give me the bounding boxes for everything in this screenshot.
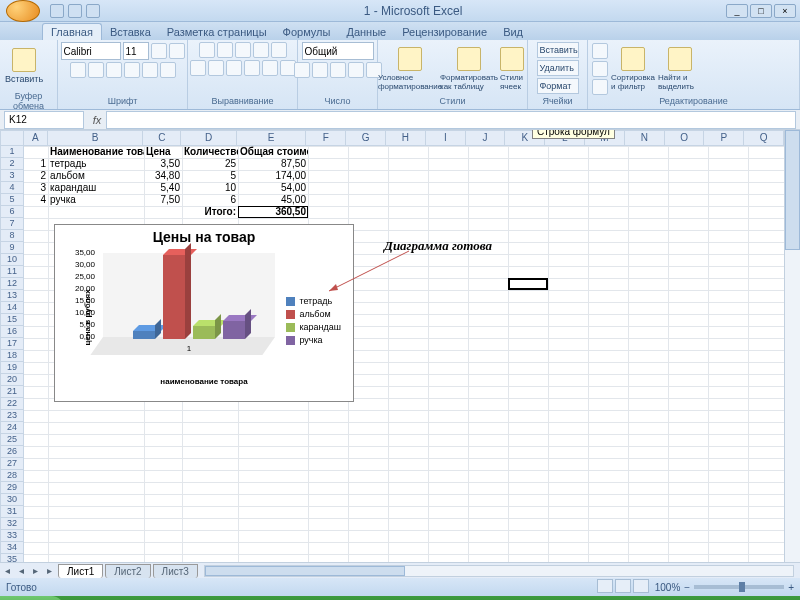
cell-C4[interactable]: 5,40: [144, 182, 182, 194]
cell-B2[interactable]: тетрадь: [48, 158, 144, 170]
find-select-button[interactable]: Найти и выделить: [658, 45, 702, 93]
row-header-1[interactable]: 1: [0, 146, 24, 158]
sheet-tab-1[interactable]: Лист1: [58, 564, 103, 578]
minimize-button[interactable]: _: [726, 4, 748, 18]
row-header-23[interactable]: 23: [0, 410, 24, 422]
comma-icon[interactable]: [330, 62, 346, 78]
currency-icon[interactable]: [294, 62, 310, 78]
col-header-I[interactable]: I: [426, 130, 466, 146]
zoom-out-button[interactable]: −: [684, 582, 690, 593]
col-header-H[interactable]: H: [386, 130, 426, 146]
wrap-text-icon[interactable]: [271, 42, 287, 58]
cell-D2[interactable]: 25: [182, 158, 238, 170]
office-button[interactable]: [6, 0, 40, 22]
col-header-O[interactable]: O: [665, 130, 705, 146]
cell-C1[interactable]: Цена: [144, 146, 182, 158]
cell-B5[interactable]: ручка: [48, 194, 144, 206]
format-cells-button[interactable]: Формат: [537, 78, 579, 94]
cell-E4[interactable]: 54,00: [238, 182, 308, 194]
cell-D6[interactable]: Итого:: [182, 206, 238, 218]
cell-E3[interactable]: 174,00: [238, 170, 308, 182]
decrease-indent-icon[interactable]: [244, 60, 260, 76]
col-header-F[interactable]: F: [306, 130, 346, 146]
embedded-chart[interactable]: Цены на товарцена в рублях0,005,0010,001…: [54, 224, 354, 402]
cell-D1[interactable]: Количество: [182, 146, 238, 158]
orientation-icon[interactable]: [253, 42, 269, 58]
sheet-nav[interactable]: ◂◂▸▸: [0, 565, 56, 577]
qat-redo-icon[interactable]: [86, 4, 100, 18]
row-header-12[interactable]: 12: [0, 278, 24, 290]
row-header-17[interactable]: 17: [0, 338, 24, 350]
row-header-25[interactable]: 25: [0, 434, 24, 446]
row-header-35[interactable]: 35: [0, 554, 24, 562]
row-header-11[interactable]: 11: [0, 266, 24, 278]
row-header-22[interactable]: 22: [0, 398, 24, 410]
row-headers[interactable]: 1234567891011121314151617181920212223242…: [0, 146, 24, 562]
increase-indent-icon[interactable]: [262, 60, 278, 76]
align-right-icon[interactable]: [226, 60, 242, 76]
tab-data[interactable]: Данные: [338, 24, 394, 40]
border-icon[interactable]: [124, 62, 140, 78]
delete-cells-button[interactable]: Удалить: [537, 60, 579, 76]
worksheet-grid[interactable]: ABCDEFGHIJKLMNOPQ 1234567891011121314151…: [0, 130, 800, 562]
row-header-30[interactable]: 30: [0, 494, 24, 506]
cell-D4[interactable]: 10: [182, 182, 238, 194]
start-button[interactable]: пуск: [0, 596, 65, 600]
grow-font-icon[interactable]: [151, 43, 167, 59]
underline-icon[interactable]: [106, 62, 122, 78]
col-header-E[interactable]: E: [237, 130, 307, 146]
number-format-select[interactable]: [302, 42, 374, 60]
col-header-B[interactable]: B: [48, 130, 143, 146]
row-header-9[interactable]: 9: [0, 242, 24, 254]
col-header-Q[interactable]: Q: [744, 130, 784, 146]
row-header-6[interactable]: 6: [0, 206, 24, 218]
sheet-tab-3[interactable]: Лист3: [153, 564, 198, 578]
tab-home[interactable]: Главная: [42, 23, 102, 40]
row-header-33[interactable]: 33: [0, 530, 24, 542]
bold-icon[interactable]: [70, 62, 86, 78]
autosum-icon[interactable]: [592, 43, 608, 59]
fill-color-icon[interactable]: [142, 62, 158, 78]
zoom-slider[interactable]: [694, 585, 784, 589]
cell-C5[interactable]: 7,50: [144, 194, 182, 206]
tab-insert[interactable]: Вставка: [102, 24, 159, 40]
cell-B3[interactable]: альбом: [48, 170, 144, 182]
cell-D5[interactable]: 6: [182, 194, 238, 206]
hscroll-thumb[interactable]: [205, 566, 405, 576]
cell-C3[interactable]: 34,80: [144, 170, 182, 182]
sort-filter-button[interactable]: Сортировка и фильтр: [611, 45, 655, 93]
tab-formulas[interactable]: Формулы: [275, 24, 339, 40]
cell-A5[interactable]: 4: [24, 194, 48, 206]
paste-button[interactable]: Вставить: [4, 42, 44, 90]
align-top-icon[interactable]: [199, 42, 215, 58]
row-header-28[interactable]: 28: [0, 470, 24, 482]
zoom-in-button[interactable]: +: [788, 582, 794, 593]
align-bottom-icon[interactable]: [235, 42, 251, 58]
col-header-N[interactable]: N: [625, 130, 665, 146]
qat-undo-icon[interactable]: [68, 4, 82, 18]
qat-save-icon[interactable]: [50, 4, 64, 18]
align-left-icon[interactable]: [190, 60, 206, 76]
maximize-button[interactable]: □: [750, 4, 772, 18]
cell-E2[interactable]: 87,50: [238, 158, 308, 170]
zoom-thumb[interactable]: [739, 582, 745, 592]
fx-icon[interactable]: fx: [88, 114, 106, 126]
cell-A3[interactable]: 2: [24, 170, 48, 182]
row-header-10[interactable]: 10: [0, 254, 24, 266]
row-header-3[interactable]: 3: [0, 170, 24, 182]
row-header-27[interactable]: 27: [0, 458, 24, 470]
row-header-18[interactable]: 18: [0, 350, 24, 362]
row-header-20[interactable]: 20: [0, 374, 24, 386]
cell-E5[interactable]: 45,00: [238, 194, 308, 206]
cell-C2[interactable]: 3,50: [144, 158, 182, 170]
cell-B4[interactable]: карандаш: [48, 182, 144, 194]
shrink-font-icon[interactable]: [169, 43, 185, 59]
conditional-formatting-button[interactable]: Условное форматирование: [382, 45, 438, 93]
column-headers[interactable]: ABCDEFGHIJKLMNOPQ: [24, 130, 784, 146]
vertical-scrollbar[interactable]: [784, 130, 800, 562]
cell-D3[interactable]: 5: [182, 170, 238, 182]
insert-cells-button[interactable]: Вставить: [537, 42, 579, 58]
cell-styles-button[interactable]: Стили ячеек: [500, 45, 524, 93]
zoom-level[interactable]: 100%: [655, 582, 681, 593]
col-header-J[interactable]: J: [466, 130, 506, 146]
